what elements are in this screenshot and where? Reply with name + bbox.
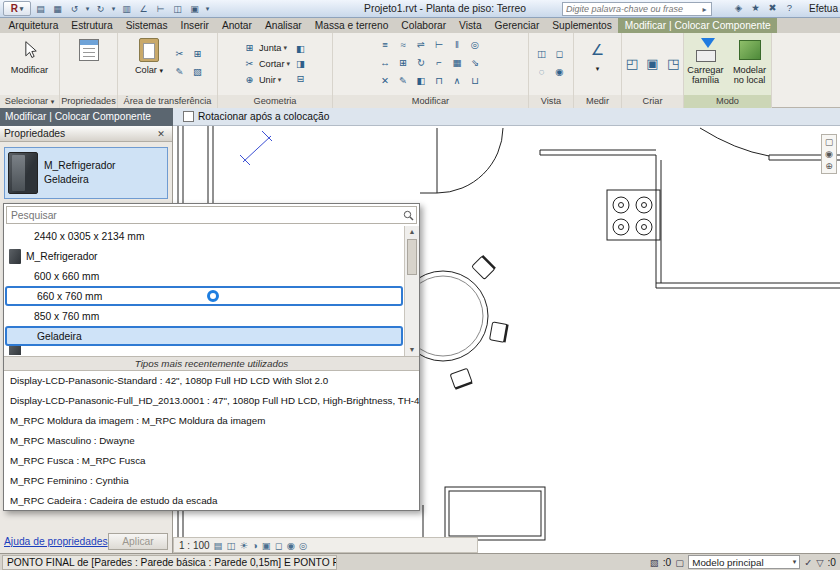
cope-icon[interactable]: ⊓ bbox=[432, 74, 447, 88]
hide-elements-icon[interactable]: ◌ bbox=[534, 65, 549, 79]
type-list-scrollbar[interactable]: ▲ ▼ bbox=[404, 226, 419, 356]
measure-button[interactable]: ∠ ▾ bbox=[581, 35, 615, 93]
open-icon[interactable]: ▤ bbox=[33, 1, 48, 16]
tab-estrutura[interactable]: Estrutura bbox=[65, 18, 119, 33]
zoom-icon[interactable]: ⊕ bbox=[825, 161, 833, 171]
extend-icon[interactable]: ⊢ bbox=[432, 38, 447, 52]
type-option-2440[interactable]: 2440 x 0305 x 2134 mm bbox=[4, 226, 403, 246]
tab-suplementos[interactable]: Suplementos bbox=[546, 18, 618, 33]
type-option-geladeira-selected[interactable]: Geladeira bbox=[5, 326, 403, 346]
selection-filter-icon[interactable]: ▽ bbox=[816, 557, 823, 568]
tab-sistemas[interactable]: Sistemas bbox=[119, 18, 174, 33]
favorites-icon[interactable]: ★ bbox=[749, 2, 762, 13]
active-only-check-icon[interactable]: ✓ bbox=[804, 557, 812, 568]
tab-vista[interactable]: Vista bbox=[453, 18, 488, 33]
array-icon[interactable]: ▦ bbox=[450, 56, 465, 70]
tab-inserir[interactable]: Inserir bbox=[174, 18, 215, 33]
properties-help-link[interactable]: Ajuda de propriedades bbox=[4, 536, 108, 547]
tab-arquitetura[interactable]: Arquitetura bbox=[2, 18, 65, 33]
app-menu-button[interactable]: R ▾ bbox=[3, 1, 31, 16]
offset-icon[interactable]: ≈ bbox=[396, 38, 411, 52]
crop-view-icon[interactable]: ▣ bbox=[262, 540, 271, 551]
create-group-icon[interactable]: ◰ bbox=[623, 57, 641, 71]
temporary-hide-isolate-icon[interactable]: ◉ bbox=[287, 540, 295, 551]
recent-type-masculino[interactable]: M_RPC Masculino : Dwayne bbox=[4, 431, 419, 451]
panel-label-modificar[interactable]: Modificar bbox=[333, 95, 528, 108]
panel-label-vista[interactable]: Vista bbox=[529, 95, 573, 108]
scroll-down-icon[interactable]: ▼ bbox=[405, 344, 419, 356]
show-crop-region-icon[interactable]: ◻ bbox=[275, 540, 283, 551]
type-option-660x760[interactable]: 660 x 760 mm bbox=[5, 286, 403, 306]
pin-icon[interactable]: ◎ bbox=[468, 38, 483, 52]
panel-label-propriedades[interactable]: Propriedades bbox=[60, 95, 117, 108]
redo-dropdown-icon[interactable]: ▾ bbox=[110, 5, 117, 13]
thin-lines-icon[interactable]: ▣ bbox=[187, 1, 202, 16]
recent-type-moldura[interactable]: M_RPC Moldura da imagem : M_RPC Moldura … bbox=[4, 411, 419, 431]
shadows-icon[interactable]: ◑ bbox=[252, 540, 258, 551]
aligned-dimension-icon[interactable]: ⊢ bbox=[153, 1, 168, 16]
recent-type-cadeira[interactable]: M_RPC Cadeira : Cadeira de estudo da esc… bbox=[4, 491, 419, 510]
rotate-after-placement-checkbox[interactable] bbox=[183, 111, 194, 122]
print-icon[interactable]: ▥ bbox=[119, 1, 134, 16]
type-selector[interactable]: M_Refrigerador Geladeira bbox=[4, 147, 168, 199]
wall-joins-icon[interactable]: ⊔ bbox=[468, 74, 483, 88]
unir-button[interactable]: ⊕ Unir▾ bbox=[242, 73, 290, 88]
visibility-graphics-icon[interactable]: ◫ bbox=[534, 47, 549, 61]
copy-to-clipboard-icon[interactable]: ⊞ bbox=[190, 47, 205, 61]
apply-button[interactable]: Aplicar bbox=[108, 533, 168, 550]
design-option-select[interactable]: Modelo principal ▾ bbox=[688, 555, 800, 569]
delete-icon[interactable]: ✕ bbox=[378, 74, 393, 88]
tab-gerenciar[interactable]: Gerenciar bbox=[488, 18, 546, 33]
trim-icon[interactable]: ⌐ bbox=[432, 56, 447, 70]
rotate-icon[interactable]: ↻ bbox=[414, 56, 429, 70]
sun-path-icon[interactable]: ☀ bbox=[240, 540, 249, 551]
type-search-box[interactable] bbox=[6, 206, 417, 224]
tab-colaborar[interactable]: Colaborar bbox=[395, 18, 453, 33]
tab-analisar[interactable]: Analisar bbox=[258, 18, 308, 33]
reveal-hidden-elements-icon[interactable]: ◎ bbox=[299, 540, 307, 551]
filter-icon[interactable]: ▧ bbox=[190, 65, 205, 79]
recent-type-feminino[interactable]: M_RPC Feminino : Cynthia bbox=[4, 471, 419, 491]
load-family-button[interactable]: Carregar família bbox=[685, 35, 726, 93]
type-option-600x660[interactable]: 600 x 660 mm bbox=[4, 266, 403, 286]
help-icon[interactable]: ? bbox=[783, 2, 796, 13]
binoculars-icon[interactable]: ▸ bbox=[698, 5, 711, 14]
panel-label-geometria[interactable]: Geometria bbox=[218, 95, 332, 108]
copy-icon[interactable]: ⊞ bbox=[396, 56, 411, 70]
communication-center-icon[interactable]: ◈ bbox=[732, 2, 745, 13]
redo-icon[interactable]: ↻ bbox=[93, 1, 108, 16]
thin-lines-toggle-icon[interactable]: ◻ bbox=[552, 47, 567, 61]
exchange-apps-icon[interactable]: ✖ bbox=[766, 2, 779, 13]
model-inplace-button[interactable]: Modelar no local bbox=[729, 35, 770, 93]
family-row-partial[interactable] bbox=[4, 346, 403, 355]
undo-icon[interactable]: ↺ bbox=[67, 1, 82, 16]
worksets-icon[interactable]: ▧ bbox=[650, 557, 659, 568]
view-cube-icon[interactable]: ▢ bbox=[825, 137, 834, 147]
detail-level-icon[interactable]: ▤ bbox=[214, 540, 223, 551]
create-similar-icon[interactable]: ▣ bbox=[644, 57, 662, 71]
panel-label-selecionar[interactable]: Selecionar ▾ bbox=[0, 95, 59, 108]
scrollbar-thumb[interactable] bbox=[407, 239, 417, 275]
recent-type-lcd-fullhd[interactable]: Display-LCD-Panasonic-Full_HD_2013.0001 … bbox=[4, 391, 419, 411]
paste-button[interactable]: Colar ▾ bbox=[129, 35, 169, 93]
scale-control[interactable]: 1 : 100 bbox=[179, 540, 210, 551]
mirror-icon[interactable]: ⇌ bbox=[414, 38, 429, 52]
panel-label-area-transferencia[interactable]: Área de transferência bbox=[118, 95, 217, 108]
split-icon[interactable]: ‖ bbox=[450, 38, 465, 52]
match-properties-icon[interactable]: ✎ bbox=[396, 74, 411, 88]
paint-icon[interactable]: ◧ bbox=[293, 42, 308, 56]
visual-style-icon[interactable]: ◫ bbox=[227, 540, 236, 551]
tab-massa-e-terreno[interactable]: Massa e terreno bbox=[308, 18, 395, 33]
save-icon[interactable]: ▦ bbox=[50, 1, 65, 16]
help-search-box[interactable]: ▸ bbox=[562, 2, 712, 16]
qat-customize-icon[interactable]: ▾ bbox=[204, 5, 211, 13]
sign-in-label[interactable]: Efetua bbox=[809, 3, 838, 14]
recent-type-lcd-standard[interactable]: Display-LCD-Panasonic-Standard : 42", 10… bbox=[4, 371, 419, 391]
properties-header[interactable]: Propriedades ✕ bbox=[0, 126, 172, 142]
paint-surface-icon[interactable]: ◧ bbox=[414, 74, 429, 88]
panel-label-modo[interactable]: Modo bbox=[684, 95, 771, 108]
move-icon[interactable]: ↔ bbox=[378, 56, 393, 70]
scroll-up-icon[interactable]: ▲ bbox=[405, 226, 419, 238]
create-assembly-icon[interactable]: ◳ bbox=[664, 57, 682, 71]
align-icon[interactable]: ≡ bbox=[378, 38, 393, 52]
